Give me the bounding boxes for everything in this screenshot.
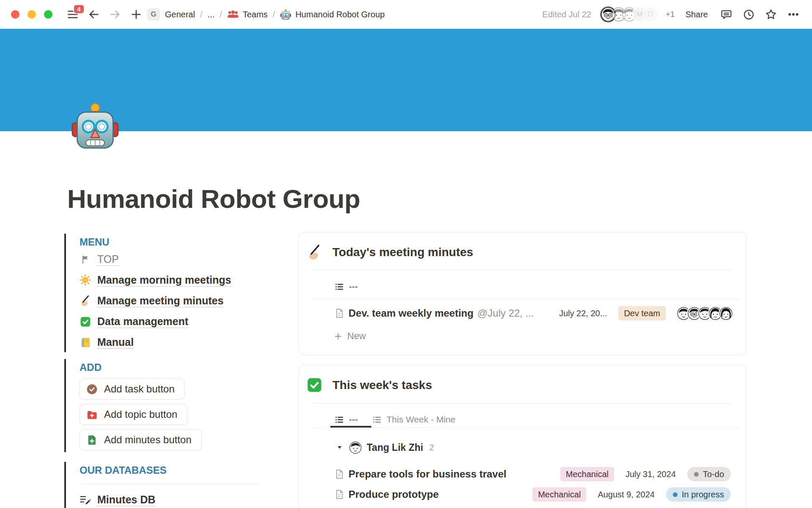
status-label: In progress xyxy=(682,490,724,499)
meeting-row-properties: July 22, 20... Dev team xyxy=(559,306,732,320)
task-row-properties: Mechanical July 31, 2024 To-do xyxy=(560,467,731,481)
task-row[interactable]: Produce prototype Mechanical August 9, 2… xyxy=(299,484,746,505)
task-title: Prepare tools for business travel xyxy=(348,468,506,480)
meeting-date-mention: @July 22, ... xyxy=(477,307,534,319)
list-view-icon xyxy=(335,282,344,292)
add-task-button[interactable]: Add task button xyxy=(80,378,185,400)
breadcrumb-teams[interactable]: Teams xyxy=(227,8,268,20)
zoom-window-button[interactable] xyxy=(44,10,52,19)
back-button[interactable] xyxy=(86,7,102,22)
status-dot xyxy=(694,472,699,477)
check-mark-icon xyxy=(307,377,322,393)
status-badge: To-do xyxy=(687,467,731,481)
menu-item-label: Data management xyxy=(97,315,188,328)
view-tab-label: --- xyxy=(349,414,358,425)
list-pencil-icon xyxy=(80,494,91,505)
topbar: 4 G General / ... / xyxy=(0,0,812,29)
add-minutes-button[interactable]: Add minutes button xyxy=(80,429,202,450)
breadcrumb-page[interactable]: Humanoid Robot Group xyxy=(280,9,384,20)
meeting-minutes-card: Today's meeting minutes --- Dev. team we… xyxy=(298,232,746,355)
task-row-properties: Mechanical August 9, 2024 In progress xyxy=(532,487,731,502)
breadcrumb-separator: / xyxy=(273,10,275,19)
presence-avatar-stack: M D xyxy=(601,7,658,22)
presence-avatar-initial[interactable]: D xyxy=(643,7,658,22)
add-topic-button[interactable]: Add topic button xyxy=(80,404,187,425)
edited-timestamp[interactable]: Edited Jul 22 xyxy=(542,10,591,19)
new-tab-button[interactable] xyxy=(129,7,144,22)
close-window-button[interactable] xyxy=(11,10,19,19)
database-item-minutes-db[interactable]: Minutes DB xyxy=(80,489,280,508)
breadcrumb: G General / ... / Teams / xyxy=(147,8,385,21)
page-icon xyxy=(334,308,345,319)
meeting-minutes-card-header: Today's meeting minutes xyxy=(299,232,746,260)
database-item-label: Minutes DB xyxy=(97,494,156,506)
folder-plus-icon xyxy=(86,409,98,420)
databases-section-header: OUR DATABASES xyxy=(80,464,280,477)
writing-hand-icon xyxy=(307,244,322,260)
history-button[interactable] xyxy=(741,7,756,22)
breadcrumb-root[interactable]: General xyxy=(165,10,195,19)
nav-controls: 4 xyxy=(65,7,144,22)
add-minutes-label: Add minutes button xyxy=(104,434,192,446)
more-options-button[interactable] xyxy=(786,7,801,22)
task-check-icon xyxy=(86,384,98,395)
status-dot xyxy=(673,492,678,497)
menu-item-data-management[interactable]: Data management xyxy=(80,311,280,332)
meeting-date: July 22, 20... xyxy=(559,309,607,318)
plus-icon xyxy=(334,332,343,341)
list-view-icon xyxy=(372,415,382,425)
sun-icon xyxy=(80,274,91,286)
page-title[interactable]: Humanoid Robot Group xyxy=(67,184,360,214)
page-robot-icon[interactable] xyxy=(70,102,120,152)
check-mark-icon xyxy=(80,316,91,327)
menu-item-manual[interactable]: Manual xyxy=(80,332,280,353)
new-meeting-button[interactable]: New xyxy=(299,323,746,342)
sidebar-toggle-button[interactable]: 4 xyxy=(65,7,80,22)
view-tabs: --- This Week - Mine xyxy=(299,413,746,426)
meeting-row[interactable]: Dev. team weekly meeting @July 22, ... J… xyxy=(299,303,746,323)
assignee-task-count: 2 xyxy=(429,442,434,453)
menu-item-label: Manual xyxy=(97,336,134,348)
presence-overflow-count[interactable]: +1 xyxy=(666,10,675,19)
category-tag: Mechanical xyxy=(560,467,614,481)
robot-icon xyxy=(280,9,291,20)
collapse-toggle-icon[interactable] xyxy=(336,444,343,451)
breadcrumb-separator: / xyxy=(200,10,203,19)
menu-item-label: TOP xyxy=(97,253,119,265)
divider xyxy=(313,403,732,403)
attendee-avatar xyxy=(719,307,732,320)
team-tag: Dev team xyxy=(618,306,666,320)
breadcrumb-ellipsis[interactable]: ... xyxy=(208,10,215,19)
teams-people-icon xyxy=(227,8,239,20)
menu-item-top[interactable]: TOP xyxy=(80,249,280,270)
menu-item-morning-meetings[interactable]: Manage morning meetings xyxy=(80,270,280,290)
due-date: July 31, 2024 xyxy=(625,469,676,479)
divider xyxy=(80,484,261,484)
view-tab-active[interactable]: --- xyxy=(335,282,358,292)
comments-button[interactable] xyxy=(719,7,734,22)
view-tabs: --- xyxy=(299,280,746,293)
task-title: Produce prototype xyxy=(348,489,439,500)
flag-icon xyxy=(80,254,91,265)
share-button[interactable]: Share xyxy=(682,8,711,21)
favorite-button[interactable] xyxy=(763,7,779,22)
status-badge: In progress xyxy=(666,487,731,502)
minimize-window-button[interactable] xyxy=(27,10,36,19)
assignee-avatar xyxy=(349,442,362,454)
assignee-name: Tang Lik Zhi xyxy=(367,442,423,453)
forward-button[interactable] xyxy=(107,7,123,22)
due-date: August 9, 2024 xyxy=(598,490,655,500)
new-label: New xyxy=(347,331,366,342)
view-tab-active[interactable]: --- xyxy=(335,414,358,425)
notion-window: 4 G General / ... / xyxy=(0,0,812,508)
task-row[interactable]: Prepare tools for business travel Mechan… xyxy=(299,464,746,484)
tabs-divider xyxy=(313,298,740,299)
view-tab-this-week-mine[interactable]: This Week - Mine xyxy=(372,414,455,425)
update-badge: 4 xyxy=(73,4,85,14)
menu-item-meeting-minutes[interactable]: Manage meeting minutes xyxy=(80,290,280,311)
workspace-badge[interactable]: G xyxy=(147,8,160,21)
menu-item-label: Manage morning meetings xyxy=(97,274,231,286)
divider xyxy=(313,270,732,271)
comment-icon xyxy=(720,8,732,21)
clock-icon xyxy=(743,8,755,21)
